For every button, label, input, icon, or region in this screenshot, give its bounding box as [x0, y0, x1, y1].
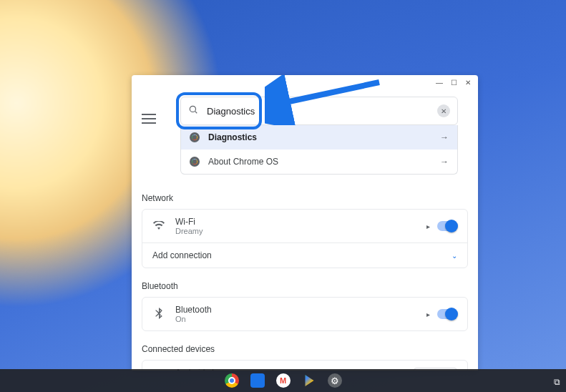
system-tray-icon[interactable]: ⧉ — [554, 377, 560, 387]
window-minimize[interactable]: — — [435, 78, 444, 87]
wifi-row[interactable]: Wi-Fi Dreamy ▸ — [142, 210, 467, 242]
shelf: M ⚙ ⧉ — [0, 369, 566, 392]
wifi-subtitle: Dreamy — [175, 227, 203, 235]
bluetooth-card: Bluetooth On ▸ — [142, 297, 468, 331]
search-results: Diagnostics → About Chrome OS → — [180, 125, 458, 175]
bluetooth-subtitle: On — [175, 315, 212, 323]
chevron-right-icon: ▸ — [426, 222, 430, 230]
chrome-os-icon — [190, 132, 200, 142]
section-label-network: Network — [142, 193, 468, 203]
search-box: ✕ — [180, 97, 458, 125]
search-result-about-chrome-os[interactable]: About Chrome OS → — [181, 150, 457, 174]
svg-line-1 — [195, 112, 197, 114]
result-label: Diagnostics — [208, 132, 257, 142]
bluetooth-row[interactable]: Bluetooth On ▸ — [142, 298, 467, 330]
svg-point-0 — [190, 106, 195, 112]
settings-window: — ☐ ✕ ✕ Diagnostics → — [132, 75, 478, 371]
search-result-diagnostics[interactable]: Diagnostics → — [181, 125, 457, 150]
search-container: ✕ Diagnostics → About Chrome OS → — [180, 97, 458, 175]
titlebar: — ☐ ✕ — [132, 75, 478, 89]
shelf-app-files[interactable] — [250, 373, 265, 388]
shelf-app-settings[interactable]: ⚙ — [328, 373, 342, 388]
shelf-app-chrome[interactable] — [225, 373, 239, 388]
clear-search-button[interactable]: ✕ — [437, 104, 450, 117]
search-input[interactable] — [207, 106, 437, 117]
bluetooth-title: Bluetooth — [175, 305, 212, 315]
search-icon — [188, 104, 198, 117]
chrome-os-icon — [190, 157, 200, 167]
arrow-right-icon: → — [440, 157, 449, 167]
section-label-connected-devices: Connected devices — [142, 344, 468, 354]
chevron-down-icon: ⌄ — [452, 252, 457, 260]
bluetooth-toggle[interactable] — [437, 309, 457, 319]
chevron-right-icon: ▸ — [426, 310, 430, 318]
arrow-right-icon: → — [440, 132, 449, 142]
window-close[interactable]: ✕ — [464, 78, 472, 87]
wifi-icon — [152, 221, 165, 232]
network-card: Wi-Fi Dreamy ▸ Add connection ⌄ — [142, 209, 468, 268]
shelf-app-gmail[interactable]: M — [276, 373, 291, 388]
result-label: About Chrome OS — [208, 157, 278, 167]
add-connection-label: Add connection — [152, 250, 212, 260]
bluetooth-icon — [152, 308, 165, 321]
hamburger-menu-button[interactable] — [142, 114, 156, 124]
wifi-toggle[interactable] — [437, 221, 457, 231]
window-maximize[interactable]: ☐ — [449, 78, 458, 87]
add-connection-row[interactable]: Add connection ⌄ — [142, 242, 467, 268]
shelf-app-play-store[interactable] — [302, 373, 316, 388]
wifi-title: Wi-Fi — [175, 217, 203, 227]
section-label-bluetooth: Bluetooth — [142, 281, 468, 291]
